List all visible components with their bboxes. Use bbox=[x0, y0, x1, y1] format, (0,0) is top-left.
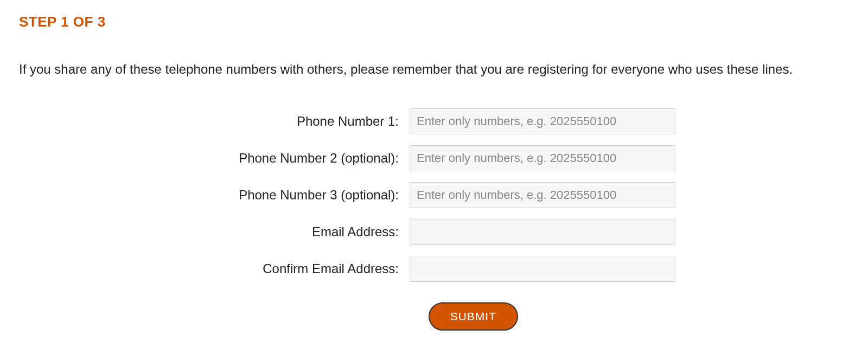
email-input[interactable] bbox=[410, 219, 675, 245]
step-heading: STEP 1 OF 3 bbox=[19, 14, 849, 30]
phone-2-input[interactable] bbox=[410, 145, 675, 171]
email-label: Email Address: bbox=[193, 224, 399, 240]
confirm-email-input[interactable] bbox=[410, 256, 675, 282]
phone-1-input[interactable] bbox=[410, 108, 675, 134]
submit-wrapper: SUBMIT bbox=[193, 302, 675, 331]
phone-2-label: Phone Number 2 (optional): bbox=[193, 151, 399, 166]
form-row-confirm-email: Confirm Email Address: bbox=[19, 256, 849, 282]
confirm-email-label: Confirm Email Address: bbox=[193, 261, 399, 276]
registration-form: Phone Number 1: Phone Number 2 (optional… bbox=[19, 108, 849, 331]
form-row-phone-3: Phone Number 3 (optional): bbox=[19, 182, 849, 208]
instruction-text: If you share any of these telephone numb… bbox=[19, 60, 849, 79]
form-row-phone-2: Phone Number 2 (optional): bbox=[19, 145, 849, 171]
submit-button[interactable]: SUBMIT bbox=[429, 302, 518, 331]
phone-3-label: Phone Number 3 (optional): bbox=[193, 188, 399, 203]
phone-3-input[interactable] bbox=[410, 182, 675, 208]
submit-row: SUBMIT bbox=[19, 302, 849, 331]
form-row-phone-1: Phone Number 1: bbox=[19, 108, 849, 134]
form-row-email: Email Address: bbox=[19, 219, 849, 245]
phone-1-label: Phone Number 1: bbox=[193, 114, 399, 129]
